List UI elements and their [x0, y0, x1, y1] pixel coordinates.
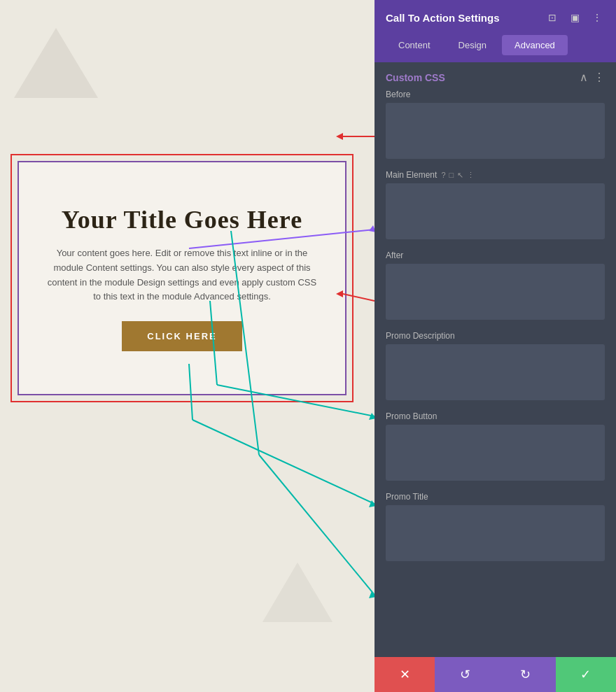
section-title: Custom CSS	[386, 72, 445, 83]
field-label-promo-title: Promo Title	[386, 492, 605, 502]
panel-header-icons: ⊡ ▣ ⋮	[545, 10, 605, 25]
section-controls: ∧ ⋮	[580, 71, 605, 84]
element-icon[interactable]: □	[449, 171, 454, 180]
canvas-area: Your Title Goes Here Your content goes h…	[0, 0, 374, 692]
promo-button-textarea[interactable]	[386, 425, 605, 481]
panel-header: Call To Action Settings ⊡ ▣ ⋮	[374, 0, 616, 35]
section-more-icon[interactable]: ⋮	[594, 71, 605, 84]
svg-marker-5	[369, 225, 374, 232]
section-header: Custom CSS ∧ ⋮	[386, 62, 605, 90]
svg-line-13	[259, 455, 374, 595]
tab-bar: Content Design Advanced	[374, 35, 616, 62]
element-more-icon[interactable]: ⋮	[467, 171, 475, 180]
panel-footer: ✕ ↺ ↻ ✓	[374, 657, 616, 692]
field-label-promo-button: Promo Button	[386, 411, 605, 421]
main-element-textarea[interactable]	[386, 183, 605, 239]
main-element-icons: ? □ ↖ ⋮	[441, 171, 475, 180]
field-label-after: After	[386, 250, 605, 260]
after-textarea[interactable]	[386, 264, 605, 320]
cta-button[interactable]: CLICK HERE	[122, 321, 241, 351]
save-button[interactable]: ✓	[556, 657, 616, 692]
cursor-icon[interactable]: ↖	[457, 171, 463, 180]
css-field-promo-description: Promo Description	[386, 331, 605, 403]
cta-module: Your Title Goes Here Your content goes h…	[18, 161, 346, 395]
promo-description-textarea[interactable]	[386, 344, 605, 400]
field-label-promo-description: Promo Description	[386, 331, 605, 341]
svg-marker-1	[336, 133, 343, 140]
cta-title: Your Title Goes Here	[62, 205, 302, 235]
redo-button[interactable]: ↻	[496, 657, 556, 692]
right-panel: Call To Action Settings ⊡ ▣ ⋮ Content De…	[374, 0, 616, 692]
tab-advanced[interactable]: Advanced	[502, 35, 568, 55]
reset-button[interactable]: ↺	[435, 657, 495, 692]
expand-icon[interactable]: ▣	[567, 10, 582, 25]
css-field-promo-title: Promo Title	[386, 492, 605, 564]
svg-marker-8	[369, 500, 374, 507]
minimize-icon[interactable]: ⊡	[545, 10, 560, 25]
svg-marker-14	[369, 591, 374, 598]
svg-marker-11	[369, 413, 374, 420]
panel-title: Call To Action Settings	[386, 12, 500, 24]
css-field-after: After	[386, 250, 605, 323]
cancel-button[interactable]: ✕	[374, 657, 435, 692]
tab-design[interactable]: Design	[446, 35, 499, 55]
css-field-before: Before	[386, 90, 605, 162]
panel-content: Custom CSS ∧ ⋮ Before Main Element ? □ ↖…	[374, 62, 616, 657]
promo-title-textarea[interactable]	[386, 505, 605, 561]
tab-content[interactable]: Content	[386, 35, 443, 55]
before-textarea[interactable]	[386, 103, 605, 159]
css-field-main-element: Main Element ? □ ↖ ⋮	[386, 170, 605, 242]
field-label-before: Before	[386, 90, 605, 99]
svg-line-7	[192, 420, 374, 504]
cta-content: Your content goes here. Edit or remove t…	[47, 246, 317, 304]
collapse-icon[interactable]: ∧	[580, 71, 588, 84]
field-label-main-element: Main Element ? □ ↖ ⋮	[386, 170, 605, 180]
more-options-icon[interactable]: ⋮	[589, 10, 605, 25]
svg-line-2	[343, 294, 374, 301]
help-icon[interactable]: ?	[441, 171, 445, 180]
css-field-promo-button: Promo Button	[386, 411, 605, 483]
